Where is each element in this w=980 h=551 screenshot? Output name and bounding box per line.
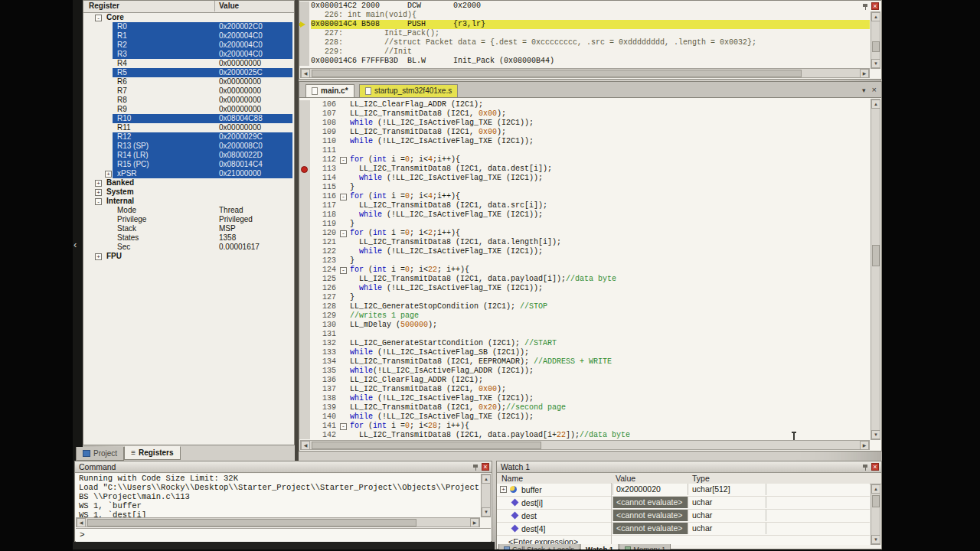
register-row[interactable]: R60x00000000 (83, 77, 294, 86)
editor-line[interactable]: 125 LL_I2C_TransmitData8 (I2C1, data.pay… (299, 275, 870, 284)
scroll-right-icon[interactable]: ▶ (860, 69, 869, 78)
scroll-left-icon[interactable]: ◀ (77, 518, 86, 527)
breakpoint-margin[interactable] (299, 229, 310, 238)
editor-line[interactable]: 136LL_I2C_ClearFlag_ADDR (I2C1); (299, 376, 870, 385)
breakpoint-margin[interactable] (299, 266, 310, 275)
command-input[interactable]: > (76, 528, 491, 542)
breakpoint-margin[interactable] (299, 174, 310, 183)
breakpoint-margin[interactable] (299, 220, 310, 229)
editor-line[interactable]: 131 (299, 330, 870, 339)
breakpoint-margin[interactable] (299, 376, 310, 385)
editor-line[interactable]: 140while (!LL_I2C_IsActiveFlag_TXE (I2C1… (299, 412, 870, 422)
disassembly-line[interactable]: 227: Init_Pack(); (299, 29, 870, 38)
register-row[interactable]: R30x200004C0 (83, 50, 294, 59)
editor-line[interactable]: 124-for (int i =0; i<22; i++){ (299, 266, 870, 275)
close-icon[interactable]: × (482, 463, 489, 471)
breakpoint-margin[interactable] (299, 321, 310, 330)
scroll-right-icon[interactable]: ▶ (470, 518, 479, 527)
breakpoint-margin[interactable] (299, 100, 310, 109)
breakpoint-margin[interactable] (299, 403, 310, 412)
breakpoint-dot[interactable] (301, 166, 308, 173)
watch-row[interactable]: dest[4]<cannot evaluate>uchar (497, 523, 870, 536)
watch-value[interactable]: 0x20000020 buffer[] "" (612, 484, 688, 495)
editor-line[interactable]: 122 while (!LL_I2C_IsActiveFlag_TXE (I2C… (299, 247, 870, 256)
scroll-thumb[interactable] (312, 442, 541, 449)
editor-line[interactable]: 119} (299, 220, 870, 229)
fold-toggle-icon[interactable]: - (340, 423, 347, 430)
collapse-icon[interactable]: - (95, 15, 102, 21)
scroll-down-icon[interactable]: ▼ (871, 59, 880, 68)
breakpoint-margin[interactable] (299, 165, 310, 174)
watch-value[interactable]: <cannot evaluate> (612, 510, 688, 521)
expand-icon[interactable]: + (105, 171, 112, 178)
breakpoint-margin[interactable] (299, 109, 310, 119)
editor-line[interactable]: 117 LL_I2C_TransmitData8 (I2C1, data.src… (299, 201, 870, 210)
editor-line[interactable]: 118 while (!LL_I2C_IsActiveFlag_TXE (I2C… (299, 210, 870, 220)
watch-vertical-scrollbar[interactable]: ▲ ▼ (871, 484, 880, 545)
register-row[interactable]: R40x00000000 (83, 59, 294, 68)
scroll-up-icon[interactable]: ▲ (871, 99, 880, 109)
breakpoint-margin[interactable] (299, 210, 310, 220)
chevron-left-icon[interactable]: ‹ (74, 239, 77, 250)
breakpoint-margin[interactable] (299, 201, 310, 210)
expand-icon[interactable]: + (95, 189, 102, 196)
disassembly-line[interactable]: 0x080014C4 B508 PUSH {r3,lr} (299, 20, 870, 29)
editor-line[interactable]: 111 (299, 146, 870, 155)
breakpoint-margin[interactable] (299, 183, 310, 192)
scroll-down-icon[interactable]: ▼ (871, 535, 880, 544)
scroll-thumb[interactable] (872, 41, 880, 52)
watch-row[interactable]: dest[i]<cannot evaluate>uchar (497, 497, 870, 510)
pin-icon[interactable] (862, 464, 868, 471)
register-row[interactable]: R00x200002C0 (83, 22, 294, 31)
editor-line[interactable]: 130LL_mDelay (500000); (299, 321, 870, 330)
collapse-icon[interactable]: - (95, 198, 102, 205)
breakpoint-margin[interactable] (299, 247, 310, 256)
expand-icon[interactable]: + (95, 180, 102, 187)
close-document-icon[interactable]: × (872, 86, 877, 94)
editor-line[interactable]: 126 while (!LL_I2C_IsActiveFlag_TXE (I2C… (299, 284, 870, 293)
disassembly-line[interactable]: 228: //struct Packet data = {.dest = 0xc… (299, 38, 870, 47)
breakpoint-margin[interactable] (299, 348, 310, 357)
breakpoint-margin[interactable] (299, 394, 310, 403)
breakpoint-margin[interactable] (299, 385, 310, 394)
watch-row[interactable]: dest<cannot evaluate>uchar (497, 510, 870, 523)
register-group-row[interactable]: -Core (83, 13, 294, 22)
close-icon[interactable]: × (871, 463, 879, 471)
editor-line[interactable]: 132LL_I2C_GenerateStartCondition (I2C1);… (299, 339, 870, 348)
scroll-down-icon[interactable]: ▼ (871, 430, 880, 439)
disassembly-line[interactable]: 229: //Init (299, 47, 870, 57)
breakpoint-margin[interactable] (299, 293, 310, 302)
breakpoint-margin[interactable] (299, 412, 310, 422)
breakpoint-margin[interactable] (299, 119, 310, 128)
register-group-row[interactable]: +Banked (83, 178, 294, 187)
fold-toggle-icon[interactable]: - (340, 230, 347, 237)
scroll-thumb[interactable] (312, 70, 802, 77)
register-group-row[interactable]: +FPU (83, 252, 294, 261)
watch-row[interactable]: +buffer0x20000020 buffer[] ""uchar[512] (497, 484, 870, 497)
tab-list-dropdown-icon[interactable]: ▾ (862, 86, 866, 94)
breakpoint-margin[interactable] (299, 238, 310, 247)
breakpoint-margin[interactable] (299, 367, 310, 376)
editor-line[interactable]: 128LL_I2C_GenerateStopCondition (I2C1); … (299, 302, 870, 311)
scroll-right-icon[interactable]: ▶ (860, 441, 869, 450)
fold-toggle-icon[interactable]: - (340, 267, 347, 274)
editor-line[interactable]: 110while (!LL_I2C_IsActiveFlag_TXE (I2C1… (299, 137, 870, 146)
register-row[interactable]: States1358 (83, 233, 294, 243)
breakpoint-margin[interactable] (299, 311, 310, 321)
editor-tab-startup-asm[interactable]: startup_stm32f401xe.s (359, 84, 458, 98)
breakpoint-margin[interactable] (299, 330, 310, 339)
register-row[interactable]: R90x00000000 (83, 105, 294, 114)
breakpoint-margin[interactable] (299, 155, 310, 165)
register-row[interactable]: R14 (LR)0x0800022D (83, 151, 294, 160)
editor-line[interactable]: 116-for (int i =0; i<4;i++){ (299, 192, 870, 201)
breakpoint-margin[interactable] (299, 422, 310, 431)
column-divider[interactable] (214, 1, 215, 11)
dock-tab-registers[interactable]: ≡ Registers (124, 446, 180, 460)
editor-vertical-scrollbar[interactable]: ▲ ▼ (871, 99, 880, 440)
editor-line[interactable]: 120-for (int i =0; i<2;i++){ (299, 229, 870, 238)
scroll-up-icon[interactable]: ▲ (871, 484, 880, 494)
editor-line[interactable]: 137LL_I2C_TransmitData8 (I2C1, 0x00); (299, 385, 870, 394)
register-row[interactable]: R15 (PC)0x080014C4 (83, 160, 294, 169)
editor-horizontal-scrollbar[interactable]: ◀ ▶ (300, 440, 870, 450)
scroll-thumb[interactable] (872, 495, 880, 507)
